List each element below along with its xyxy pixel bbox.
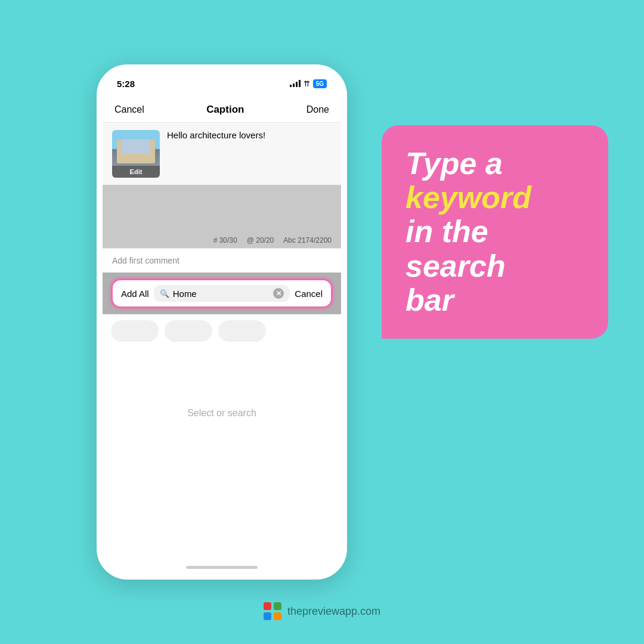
done-button[interactable]: Done — [306, 104, 329, 115]
phone-frame: 5:28 ⇈ 5G Cancel Caption Done — [97, 64, 347, 580]
footer-url: thepreviewapp.com — [287, 605, 380, 618]
post-thumbnail: Edit — [112, 130, 160, 178]
phone-screen: 5:28 ⇈ 5G Cancel Caption Done — [103, 70, 341, 574]
caption-area: Edit Hello architecture lovers! # 30/30 … — [103, 123, 341, 248]
tag-chip-3[interactable] — [218, 320, 266, 342]
svg-rect-3 — [274, 612, 281, 620]
caption-text: Hello architecture lovers! — [167, 130, 332, 140]
promo-line1: Type a — [405, 147, 584, 181]
promo-text: Type a keyword in the searchbar — [382, 125, 608, 339]
search-cancel-button[interactable]: Cancel — [295, 289, 323, 299]
app-logo — [264, 602, 281, 620]
search-field-wrapper[interactable]: 🔍 Home ✕ — [154, 285, 290, 302]
caption-filler — [103, 185, 341, 233]
select-search-placeholder: Select or search — [187, 408, 256, 419]
scene: 5:28 ⇈ 5G Cancel Caption Done — [0, 0, 644, 644]
char-count: Abc 2174/2200 — [283, 236, 332, 244]
tag-suggestions — [103, 314, 341, 348]
nav-bar: Cancel Caption Done — [103, 97, 341, 123]
promo-line3: in the searchbar — [405, 215, 584, 317]
edit-overlay[interactable]: Edit — [112, 166, 160, 178]
hashtag-search-highlight: Add All 🔍 Home ✕ Cancel — [111, 278, 333, 308]
tag-chip-1[interactable] — [111, 320, 159, 342]
home-bar — [186, 566, 258, 569]
page-title: Caption — [206, 104, 244, 116]
phone-notch — [183, 70, 261, 85]
select-search-area: Select or search — [103, 348, 341, 479]
search-input[interactable]: Home — [173, 289, 270, 299]
svg-rect-2 — [264, 612, 271, 620]
footer: thepreviewapp.com — [264, 602, 380, 620]
promo-bubble: Type a keyword in the searchbar — [382, 125, 608, 339]
status-time: 5:28 — [117, 79, 135, 89]
caption-row: Edit Hello architecture lovers! — [103, 123, 341, 185]
svg-rect-1 — [274, 602, 281, 610]
signal-icon — [290, 80, 301, 87]
battery-badge: 5G — [313, 79, 327, 88]
status-icons: ⇈ 5G — [290, 79, 327, 88]
first-comment-placeholder: Add first comment — [112, 256, 179, 265]
caption-content: Hello architecture lovers! — [167, 130, 265, 140]
tag-chip-2[interactable] — [165, 320, 212, 342]
search-icon: 🔍 — [160, 289, 169, 298]
search-clear-button[interactable]: ✕ — [273, 288, 284, 299]
promo-line2: keyword — [405, 181, 584, 215]
first-comment-bar[interactable]: Add first comment — [103, 248, 341, 273]
hashtag-search-container: Add All 🔍 Home ✕ Cancel — [103, 273, 341, 314]
mention-count: @ 20/20 — [247, 236, 274, 244]
hashtag-count: # 30/30 — [213, 236, 237, 244]
svg-rect-0 — [264, 602, 271, 610]
cancel-button[interactable]: Cancel — [114, 104, 144, 115]
add-all-button[interactable]: Add All — [121, 289, 149, 299]
wifi-icon: ⇈ — [304, 79, 310, 88]
caption-stats: # 30/30 @ 20/20 Abc 2174/2200 — [103, 233, 341, 248]
